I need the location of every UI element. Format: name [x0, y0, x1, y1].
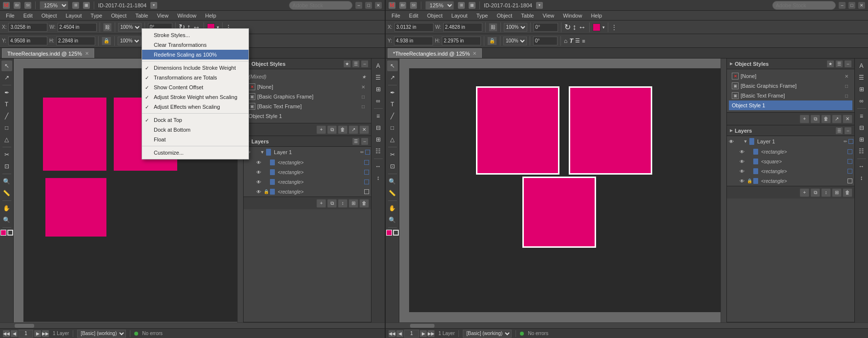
- right-layers-footer-btn1[interactable]: +: [800, 188, 809, 197]
- left-rail-icon9[interactable]: ↔: [373, 161, 384, 172]
- left-layers-footer-btn1[interactable]: +: [316, 199, 326, 208]
- left-layer1-edit-icon[interactable]: ✏: [360, 150, 364, 155]
- right-tool-eye[interactable]: 🔍: [387, 176, 398, 187]
- right-rail-icon2[interactable]: ☰: [856, 72, 867, 83]
- right-layer1-edit-icon[interactable]: ✏: [844, 139, 847, 144]
- left-page-prev-btn[interactable]: ◀◀: [3, 330, 10, 337]
- menu-help[interactable]: Help: [201, 12, 220, 20]
- dd-item-content-offset[interactable]: ✓ Show Content Offset: [142, 82, 248, 92]
- tool-stroke-swatch[interactable]: [7, 230, 13, 236]
- left-layers-footer-btn2[interactable]: ⧉: [327, 199, 337, 208]
- dd-item-customize[interactable]: Customize...: [142, 148, 248, 158]
- right-rect2[interactable]: [570, 88, 651, 173]
- tool-hand[interactable]: ✋: [1, 203, 12, 214]
- right-canvas[interactable]: [399, 59, 721, 322]
- right-maximize-btn[interactable]: □: [848, 2, 855, 9]
- right-layer1-expand[interactable]: ▼: [743, 139, 748, 144]
- right-w-input[interactable]: [443, 23, 482, 32]
- left-rect1[interactable]: [43, 98, 106, 171]
- left-rail-icon6[interactable]: ⊟: [373, 122, 384, 133]
- left-footer-clear-btn[interactable]: ✕: [359, 125, 369, 134]
- left-search-input[interactable]: [289, 1, 352, 10]
- right-layers-footer-btn3[interactable]: ↕: [821, 188, 831, 197]
- left-footer-dupe-btn[interactable]: ⧉: [327, 125, 337, 134]
- left-x-input[interactable]: [8, 23, 47, 32]
- right-style-graphics-clear[interactable]: □: [844, 83, 849, 89]
- left-layers-footer-btn5[interactable]: 🗑: [359, 199, 369, 208]
- left-footer-move-btn[interactable]: ↗: [349, 125, 358, 134]
- left-rail-icon2[interactable]: ☰: [373, 72, 384, 83]
- right-footer-clear-btn[interactable]: ✕: [843, 115, 852, 123]
- right-angle1-input[interactable]: [534, 23, 558, 32]
- right-rail-icon1[interactable]: A: [856, 60, 867, 71]
- left-sub1-eye[interactable]: 👁: [255, 159, 262, 166]
- left-rail-icon1[interactable]: A: [373, 60, 384, 71]
- right-view-icon1[interactable]: ⊞: [458, 2, 465, 9]
- right-sub2-eye[interactable]: 👁: [739, 158, 745, 165]
- left-style-none-clear[interactable]: ✕: [360, 84, 366, 90]
- dd-item-trans-totals[interactable]: ✓ Transformations are Totals: [142, 73, 248, 82]
- left-w-input[interactable]: [58, 23, 97, 32]
- left-footer-delete-btn[interactable]: 🗑: [338, 125, 348, 134]
- left-working-select[interactable]: [Basic] (working): [77, 330, 126, 338]
- left-y-input[interactable]: [8, 37, 47, 45]
- right-constrain-btn[interactable]: ⛓: [489, 23, 497, 32]
- right-layer1-row[interactable]: 👁 ▼ Layer 1 ✏: [727, 136, 854, 147]
- right-sub1-eye[interactable]: 👁: [739, 148, 745, 155]
- right-footer-add-btn[interactable]: +: [800, 115, 809, 123]
- right-tool-free[interactable]: ⊡: [387, 161, 398, 172]
- right-menu-layout[interactable]: Layout: [448, 12, 472, 20]
- dd-item-adjust-stroke[interactable]: ✓ Adjust Stroke Weight when Scaling: [142, 92, 248, 102]
- dd-item-dock-top[interactable]: ✓ Dock at Top: [142, 115, 248, 125]
- right-panel-collapse-btn[interactable]: –: [845, 60, 851, 67]
- right-rect1[interactable]: [477, 88, 558, 173]
- right-footer-delete-btn[interactable]: 🗑: [821, 115, 831, 123]
- right-sublayer4[interactable]: 👁 🔒 <rectangle>: [727, 176, 854, 186]
- left-footer-add-btn[interactable]: +: [316, 125, 326, 134]
- right-menu-file[interactable]: File: [388, 12, 404, 20]
- right-tool-text[interactable]: T: [387, 99, 398, 110]
- left-page-input[interactable]: [19, 330, 33, 338]
- right-layers-menu-btn[interactable]: ☰: [836, 127, 843, 134]
- right-menu-type[interactable]: Type: [473, 12, 492, 20]
- left-doc-tab[interactable]: ThreeRectangles.indd @ 125% ✕: [2, 48, 94, 58]
- left-rail-icon10[interactable]: ↕: [373, 173, 384, 183]
- right-layers-footer-btn5[interactable]: 🗑: [843, 188, 852, 197]
- left-layers-menu-btn[interactable]: ☰: [352, 138, 359, 145]
- right-doc-tab[interactable]: *ThreeRectangles.indd @ 125% ✕: [388, 48, 482, 58]
- left-sublayer3[interactable]: 👁 <rectangle>: [244, 177, 371, 187]
- right-tool-measure[interactable]: 📏: [387, 188, 398, 199]
- right-style-graphics[interactable]: ▣ [Basic Graphics Frame] □: [729, 81, 852, 91]
- right-x-input[interactable]: [394, 23, 434, 32]
- left-style-graphics[interactable]: ▣ [Basic Graphics Frame] □: [246, 92, 369, 101]
- right-layers-header[interactable]: ▶ Layers ☰ –: [727, 125, 854, 136]
- tool-select[interactable]: ↖: [1, 60, 12, 71]
- right-more-btn[interactable]: ⋮: [611, 24, 617, 31]
- left-close-btn[interactable]: ✕: [375, 2, 382, 9]
- left-page-next2-btn[interactable]: ▶▶: [42, 330, 49, 337]
- left-doc-tab-close[interactable]: ✕: [85, 51, 89, 56]
- right-menu-table[interactable]: Table: [517, 12, 537, 20]
- left-sub2-eye[interactable]: 👁: [255, 169, 262, 176]
- tool-scissors[interactable]: ✂: [1, 149, 12, 160]
- right-style-text-clear[interactable]: □: [844, 93, 849, 99]
- left-pct1-select[interactable]: 100%: [118, 23, 142, 32]
- right-scrollbar-h[interactable]: [386, 322, 868, 328]
- menu-object2[interactable]: Object: [107, 12, 130, 20]
- right-tool-rect[interactable]: □: [387, 122, 398, 133]
- right-style-obj1[interactable]: Object Style 1: [729, 100, 852, 110]
- right-pct1-select[interactable]: 100%: [504, 23, 527, 32]
- dd-item-redefine-scaling[interactable]: Redefine Scaling as 100%: [142, 59, 248, 60]
- right-lock-btn[interactable]: 🔒: [487, 37, 497, 45]
- menu-window[interactable]: Window: [173, 12, 200, 20]
- menu-object[interactable]: Object: [38, 12, 61, 20]
- left-layers-collapse-btn[interactable]: –: [361, 138, 368, 145]
- tool-zoom[interactable]: 🔍: [1, 215, 12, 225]
- right-tool-shape[interactable]: △: [387, 134, 398, 145]
- right-rail-icon9[interactable]: ↔: [856, 161, 867, 172]
- right-view-icon2[interactable]: ▦: [469, 2, 475, 9]
- left-page-next-btn[interactable]: ▶: [34, 330, 41, 337]
- menu-view[interactable]: View: [153, 12, 172, 20]
- right-scrollbar-v[interactable]: [721, 59, 726, 322]
- right-layers-footer-btn4[interactable]: ⊞: [832, 188, 842, 197]
